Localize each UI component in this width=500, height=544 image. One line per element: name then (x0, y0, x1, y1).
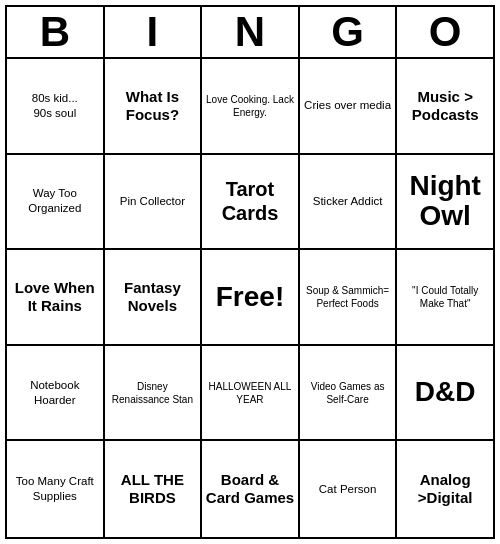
bingo-cell-4-0: Too Many Craft Supplies (7, 441, 105, 537)
cell-label: Free! (216, 282, 284, 313)
header-letter-n: N (202, 7, 300, 59)
bingo-cell-4-3: Cat Person (300, 441, 398, 537)
cell-label: 80s kid...90s soul (32, 91, 78, 121)
cell-label: D&D (415, 377, 476, 408)
bingo-cell-0-4: Music > Podcasts (397, 59, 493, 155)
cell-label: HALLOWEEN ALL YEAR (205, 380, 295, 406)
bingo-grid: 80s kid...90s soulWhat Is Focus?Love Coo… (7, 59, 493, 537)
header-letter-o: O (397, 7, 493, 59)
cell-label: Love Cooking. Lack Energy. (205, 93, 295, 119)
cell-label: Cat Person (319, 482, 377, 497)
cell-label: Analog >Digital (400, 471, 490, 507)
bingo-cell-4-4: Analog >Digital (397, 441, 493, 537)
bingo-cell-2-3: Soup & Sammich= Perfect Foods (300, 250, 398, 346)
bingo-cell-4-2: Board & Card Games (202, 441, 300, 537)
cell-label: Soup & Sammich= Perfect Foods (303, 284, 393, 310)
cell-label: Cries over media (304, 98, 391, 113)
bingo-cell-1-2: Tarot Cards (202, 155, 300, 251)
bingo-cell-2-2: Free! (202, 250, 300, 346)
cell-label: Love When It Rains (10, 279, 100, 315)
bingo-cell-0-2: Love Cooking. Lack Energy. (202, 59, 300, 155)
bingo-cell-3-3: Video Games as Self-Care (300, 346, 398, 442)
bingo-cell-3-4: D&D (397, 346, 493, 442)
cell-label: Video Games as Self-Care (303, 380, 393, 406)
bingo-cell-2-0: Love When It Rains (7, 250, 105, 346)
cell-label: ALL THE BIRDS (108, 471, 198, 507)
header-letter-g: G (300, 7, 398, 59)
cell-label: Tarot Cards (205, 177, 295, 225)
cell-label: Fantasy Novels (108, 279, 198, 315)
bingo-cell-1-4: Night Owl (397, 155, 493, 251)
cell-label: Notebook Hoarder (10, 378, 100, 408)
cell-label: Disney Renaissance Stan (108, 380, 198, 406)
bingo-row-4: Too Many Craft SuppliesALL THE BIRDSBoar… (7, 441, 493, 537)
bingo-cell-1-1: Pin Collector (105, 155, 203, 251)
header-letter-i: I (105, 7, 203, 59)
cell-label: Too Many Craft Supplies (10, 474, 100, 504)
bingo-cell-2-1: Fantasy Novels (105, 250, 203, 346)
bingo-cell-3-2: HALLOWEEN ALL YEAR (202, 346, 300, 442)
bingo-cell-0-1: What Is Focus? (105, 59, 203, 155)
cell-label: Way Too Organized (10, 186, 100, 216)
cell-label: Music > Podcasts (400, 88, 490, 124)
header-letter-b: B (7, 7, 105, 59)
cell-label: Sticker Addict (313, 194, 383, 209)
bingo-row-2: Love When It RainsFantasy NovelsFree!Sou… (7, 250, 493, 346)
cell-label: What Is Focus? (108, 88, 198, 124)
bingo-cell-1-3: Sticker Addict (300, 155, 398, 251)
bingo-cell-0-3: Cries over media (300, 59, 398, 155)
cell-label: Night Owl (400, 171, 490, 233)
bingo-cell-3-1: Disney Renaissance Stan (105, 346, 203, 442)
bingo-row-0: 80s kid...90s soulWhat Is Focus?Love Coo… (7, 59, 493, 155)
bingo-card: BINGO 80s kid...90s soulWhat Is Focus?Lo… (5, 5, 495, 539)
cell-label: "I Could Totally Make That" (400, 284, 490, 310)
bingo-cell-0-0: 80s kid...90s soul (7, 59, 105, 155)
bingo-cell-4-1: ALL THE BIRDS (105, 441, 203, 537)
cell-label: Board & Card Games (205, 471, 295, 507)
bingo-row-1: Way Too OrganizedPin CollectorTarot Card… (7, 155, 493, 251)
bingo-row-3: Notebook HoarderDisney Renaissance StanH… (7, 346, 493, 442)
bingo-cell-3-0: Notebook Hoarder (7, 346, 105, 442)
bingo-cell-1-0: Way Too Organized (7, 155, 105, 251)
bingo-header: BINGO (7, 7, 493, 59)
bingo-cell-2-4: "I Could Totally Make That" (397, 250, 493, 346)
cell-label: Pin Collector (120, 194, 185, 209)
